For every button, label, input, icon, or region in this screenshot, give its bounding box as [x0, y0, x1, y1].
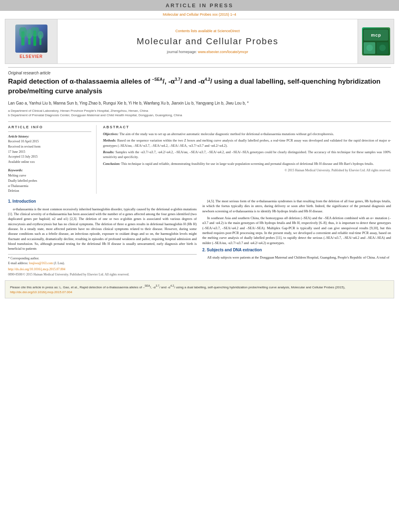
article-info-heading: ARTICLE INFO [8, 125, 91, 129]
journal-logo-left: ELSEVIER [5, 19, 58, 64]
body-section1-text-col1: α-thalassaemia is the most common recess… [8, 207, 197, 251]
article-in-press-banner: ARTICLE IN PRESS [0, 0, 399, 11]
keywords-label: Keywords: [8, 168, 91, 172]
body-section1-text-col2: [4,5]. The most serious form of the α-th… [202, 199, 391, 245]
body-section2-text-col2: All study subjects were patients at the … [202, 255, 391, 260]
body-col-left: 1. Introduction α-thalassaemia is the mo… [8, 199, 197, 277]
journal-logo-right: mcp [358, 19, 394, 64]
keyword-probes: Dually labelled probes [8, 179, 91, 184]
svg-point-14 [379, 45, 386, 51]
journal-center-info: Contents lists available at ScienceDirec… [58, 19, 358, 64]
abstract-copyright: © 2015 Hainan Medical University. Publis… [103, 168, 391, 172]
article-info-column: ARTICLE INFO Article history: Received 1… [8, 125, 97, 194]
authors: Lan Gao a, Yanhui Liu b, Manna Sun b, Yi… [8, 100, 391, 106]
info-abstract-section: ARTICLE INFO Article history: Received 1… [8, 125, 391, 194]
svg-point-1 [19, 27, 27, 38]
journal-title: Molecular and Cellular Probes [137, 36, 279, 47]
abstract-heading: ABSTRACT [103, 125, 391, 129]
elsevier-wordmark: ELSEVIER [20, 54, 43, 59]
article-type: Original research article [8, 71, 391, 75]
affiliations: a Department of Clinical Laboratory, Hen… [8, 109, 391, 117]
journal-header: ELSEVIER Contents lists available at Sci… [5, 19, 394, 64]
keyword-melting-curve: Melting curve [8, 173, 91, 179]
body-content: 1. Introduction α-thalassaemia is the mo… [8, 199, 391, 277]
journal-homepage-link[interactable]: www.elsevier.com/locate/ymcpr [198, 50, 248, 54]
email-footnote: E-mail address: loujiwu@163.com (J. Lou)… [8, 261, 197, 265]
keywords-section: Keywords: Melting curve Dually labelled … [8, 168, 91, 194]
copyright-footer: 0890-8508/© 2015 Hainan Medical Universi… [8, 272, 197, 277]
article-history-dates: Received 10 April 2015 Received in revis… [8, 139, 91, 165]
section1-title: 1. Introduction [8, 199, 197, 205]
keyword-deletion: Deletion [8, 189, 91, 194]
journal-doi-link[interactable]: Molecular and Cellular Probes xxx (2015)… [163, 12, 237, 16]
svg-point-7 [38, 31, 43, 39]
sciencedirect-link[interactable]: Contents lists available at ScienceDirec… [175, 29, 240, 33]
article-history-label: Article history: [8, 134, 91, 138]
citation-doi-link[interactable]: http://dx.doi.org/10.1016/j.mcp.2015.07.… [10, 290, 72, 294]
abstract-text: Objectives: The aim of the study was to … [103, 131, 391, 166]
elsevier-tree-logo [15, 25, 47, 53]
email-link[interactable]: loujiwu@163.com [29, 261, 53, 265]
section2-title: 2. Subjects and DNA extraction [202, 247, 391, 253]
journal-homepage: journal homepage: www.elsevier.com/locat… [167, 50, 248, 54]
abstract-column: ABSTRACT Objectives: The aim of the stud… [103, 125, 391, 194]
corresponding-author: * Corresponding author. [8, 256, 197, 261]
article-title: Rapid detection of α-thalassaemia allele… [8, 77, 391, 96]
body-col-right: [4,5]. The most serious form of the α-th… [202, 199, 391, 277]
journal-doi-line: Molecular and Cellular Probes xxx (2015)… [0, 12, 399, 16]
mcp-logo: mcp [362, 27, 390, 55]
doi-link[interactable]: http://dx.doi.org/10.1016/j.mcp.2015.07.… [8, 267, 65, 271]
article-content: Original research article Rapid detectio… [0, 67, 399, 277]
doi-footer: http://dx.doi.org/10.1016/j.mcp.2015.07.… [8, 267, 197, 272]
svg-text:mcp: mcp [371, 33, 381, 37]
footnote-section: * Corresponding author. E-mail address: … [8, 254, 197, 265]
svg-point-13 [366, 45, 373, 51]
citation-box: Please cite this article in press as: L.… [5, 280, 394, 298]
keyword-thalassaemia: α-Thalassaemia [8, 184, 91, 189]
